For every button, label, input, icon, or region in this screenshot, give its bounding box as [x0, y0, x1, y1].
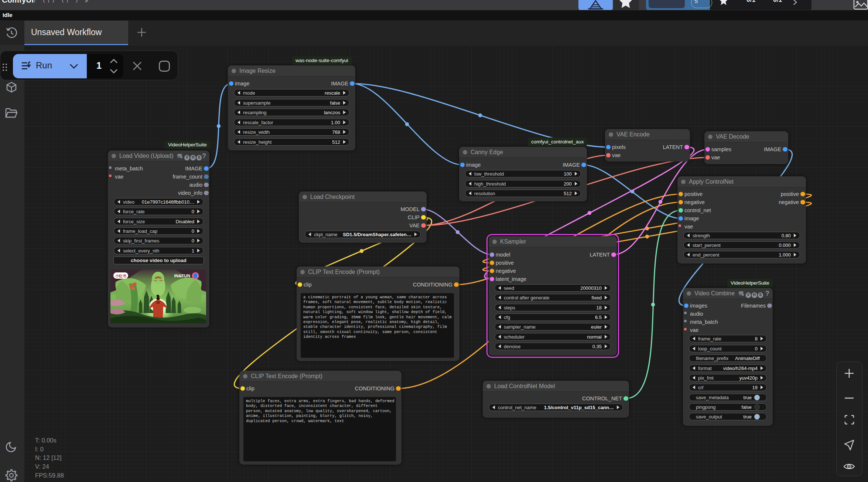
svg-text:IN&FUN: IN&FUN — [174, 274, 190, 278]
svg-text:小红书: 小红书 — [115, 274, 126, 278]
